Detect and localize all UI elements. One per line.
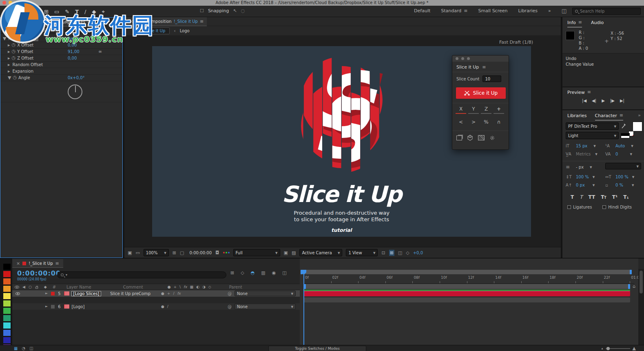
layer-bar-logo[interactable] [304, 298, 630, 302]
expand-layer-switches-icon[interactable]: ▦ [14, 347, 18, 351]
work-area-bar[interactable] [304, 284, 630, 289]
leading-control[interactable]: ¹A Auto ▾ [605, 144, 633, 148]
draft-3d-icon[interactable]: ◇ [241, 271, 244, 275]
quality-switch-icon[interactable]: / [173, 292, 174, 295]
reverse-icon[interactable]: ∩ [494, 119, 504, 126]
zoom-in-mountain-icon[interactable]: ▲ [633, 346, 636, 351]
layer-row-logo-slices[interactable]: ► 5 [Logo Slices] Slice it Up preComp ● … [12, 290, 300, 297]
script-panel-menu-icon[interactable]: ≡ [482, 65, 486, 69]
label-color-swatch[interactable] [3, 300, 11, 307]
region-of-interest-icon[interactable]: ▣ [284, 251, 288, 255]
previous-frame-button[interactable]: ◀| [592, 98, 596, 103]
twirl-open-icon[interactable]: ▼ [3, 36, 6, 41]
layer-name-edit-field[interactable]: [Logo Slices] [71, 291, 102, 296]
font-family-dropdown[interactable]: PF DinText Pro ▾ [566, 122, 619, 130]
tab-preview[interactable]: Preview [567, 90, 585, 95]
chevron-down-icon[interactable]: ▾ [595, 152, 598, 156]
solo-column-icon[interactable]: ○ [29, 285, 32, 289]
horizontal-scale-value[interactable]: 100 % [615, 175, 629, 179]
parent-column-header[interactable]: Parent [229, 285, 242, 289]
tab-audio[interactable]: Audio [591, 20, 604, 25]
toggle-switches-modes-button[interactable]: Toggle Switches / Modes [268, 346, 366, 351]
snap-cursor-icon[interactable]: ↖ [233, 9, 237, 13]
timecode-value[interactable]: 0:00:00:00 [17, 269, 61, 277]
prev-slice-button[interactable]: < [456, 119, 466, 126]
three-d-layer-icon[interactable]: ◇ [208, 285, 211, 289]
play-button[interactable]: ▶ [602, 98, 605, 103]
current-timecode[interactable]: 0:00:00:00 00000 (24.00 fps) [17, 269, 61, 281]
layer-name-column-header[interactable]: Layer Name [66, 285, 91, 289]
workspace-default[interactable]: Default [414, 8, 430, 13]
workspace-libraries[interactable]: Libraries [518, 8, 538, 13]
snap-grid-icon[interactable]: ◌ [241, 9, 245, 13]
baseline-shift-control[interactable]: A↑ 0 px ▾ [566, 183, 595, 187]
pen-tool-icon[interactable]: ✎ [65, 9, 69, 14]
brush-tool-icon[interactable]: / [84, 9, 86, 14]
effect-header-row[interactable]: ▼ fx Slice it Up Reset [0, 36, 122, 42]
expand-transfer-controls-icon[interactable]: ◔ [22, 347, 25, 351]
label-color-swatch[interactable] [3, 264, 11, 270]
property-row-angle[interactable]: ▼ ◷ Angle 0x+0,0° [0, 75, 122, 81]
close-tab-icon[interactable]: × [16, 261, 20, 266]
timeline-ruler-ticks[interactable]: 0f02f04f06f08f10f12f14f16f18f20f22f01:00… [304, 275, 634, 284]
adjustment-layer-icon[interactable]: ◑ [202, 285, 206, 289]
motion-blur-icon[interactable]: ◉ [272, 271, 276, 275]
fast-previews-icon[interactable]: ⊞ [389, 250, 394, 256]
pixel-aspect-icon[interactable]: ⊡ [381, 251, 385, 255]
parent-pickwhip-icon[interactable]: @ [228, 304, 232, 309]
time-navigator-bar[interactable] [301, 270, 632, 274]
stopwatch-icon[interactable]: ◷ [12, 42, 16, 47]
layer-row-logo[interactable]: ► 6 [Logo] ● / @ None ▾ [12, 303, 300, 310]
video-eye-icon[interactable] [15, 292, 20, 295]
stopwatch-icon[interactable]: ◷ [13, 75, 17, 80]
property-value[interactable]: 91,00 [68, 49, 80, 54]
label-color-swatch[interactable] [3, 322, 11, 329]
layer-comment[interactable]: Slice it Up preComp [110, 291, 150, 296]
workspace-standard-menu-icon[interactable]: ≡ [464, 9, 467, 13]
unslice-icon[interactable]: % [481, 119, 491, 126]
info-panel-menu-icon[interactable]: ≡ [578, 20, 582, 25]
tab-overflow-icon[interactable]: » [116, 20, 122, 24]
number-column-header[interactable]: # [53, 285, 56, 289]
angle-dial[interactable] [68, 84, 82, 99]
roi-icon[interactable]: ⊞ [173, 251, 176, 255]
layer-bar-logo-slices[interactable] [304, 291, 630, 296]
chevron-down-icon[interactable]: ▾ [593, 183, 595, 187]
preview-menu-icon[interactable]: ≡ [587, 90, 591, 95]
property-value[interactable]: 0,00 [68, 43, 77, 47]
tab-libraries[interactable]: Libraries [567, 113, 587, 118]
breadcrumb-parent-comp[interactable]: Logo [180, 29, 190, 33]
hindi-digits-checkbox[interactable] [602, 205, 606, 209]
puppet-pin-tool-icon[interactable]: ⌖ [102, 9, 104, 14]
eyedropper-icon[interactable] [621, 123, 626, 129]
layer-name[interactable]: [Logo] [72, 304, 85, 309]
twirl-closed-icon[interactable]: ▸ [8, 49, 10, 54]
expression-link-icon[interactable]: ∞ [98, 49, 102, 54]
navigator-end-handle[interactable] [630, 270, 632, 274]
hide-shy-layers-icon[interactable]: ◓ [251, 271, 255, 275]
collapse-switch-icon[interactable]: + [167, 292, 170, 295]
axis-x-button[interactable]: X [456, 106, 466, 114]
tsume-value[interactable]: 0 % [615, 183, 623, 187]
exposure-value[interactable]: +0,0 [413, 251, 423, 255]
work-area-end-handle[interactable] [628, 284, 630, 289]
breadcrumb-current-comp[interactable]: !_Slice it Up [137, 27, 170, 34]
frame-blend-icon[interactable]: ▦ [190, 285, 194, 289]
label-color-swatch[interactable] [3, 286, 11, 292]
layer-label-color[interactable] [51, 292, 55, 295]
channel-icon[interactable] [223, 252, 230, 253]
stroke-type-dropdown[interactable]: ▾ [605, 163, 641, 169]
magnification-dropdown[interactable]: 100% ▾ [144, 249, 169, 256]
property-row-expansion[interactable]: ▸ Expansion [0, 68, 122, 75]
graph-editor-icon[interactable]: ◫ [282, 271, 286, 275]
axis-y-button[interactable]: Y [468, 106, 479, 114]
fast-draft-indicator[interactable]: Fast Draft (1/8) [499, 40, 533, 45]
shape-tool-icon[interactable]: ▭ [54, 9, 59, 14]
audio-column-icon[interactable]: ◀ [22, 285, 25, 289]
chevron-down-icon[interactable]: ▾ [630, 152, 632, 156]
close-tab-icon[interactable]: × [129, 19, 133, 24]
all-caps-button[interactable]: TT [589, 194, 595, 200]
collapse-icon[interactable]: + [174, 285, 177, 289]
quality-switch-icon[interactable]: / [167, 305, 168, 309]
zoom-out-mountain-icon[interactable]: ▴ [602, 347, 603, 350]
